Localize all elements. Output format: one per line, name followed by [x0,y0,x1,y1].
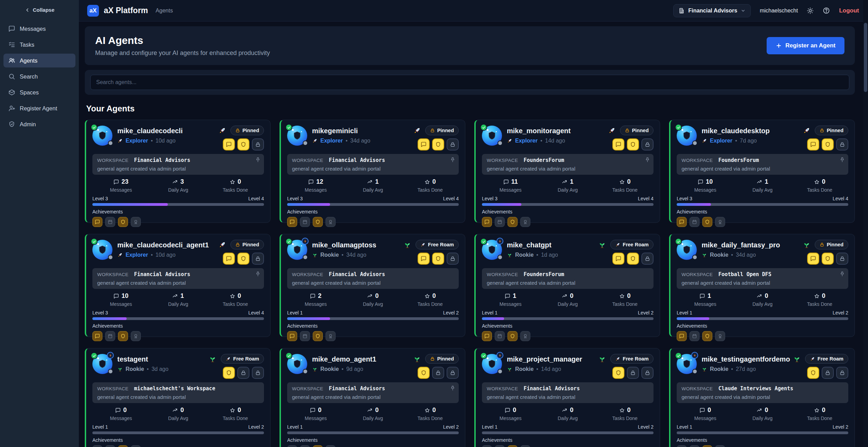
achievement-medal-icon [326,331,336,341]
trend-icon [757,293,762,299]
agent-card[interactable]: mike_project_managerRookie•14d agoFree R… [474,348,660,447]
lock-button[interactable] [252,253,264,265]
lock-button[interactable] [836,138,848,150]
sidebar-item-messages[interactable]: Messages [3,22,75,36]
agent-card[interactable]: mike_monitoragentExplorer•14d agoPinnedW… [474,120,660,223]
agent-card[interactable]: mikegeminicliExplorer•34d agoPinnedWORKS… [280,120,465,223]
agent-profile-button[interactable] [432,253,444,265]
collapse-button[interactable]: Collapse [3,5,75,22]
agent-card[interactable]: mike_daily_fantasy_proRookie•34d agoPinn… [669,234,855,337]
lock-button[interactable] [822,367,834,379]
lock-button[interactable] [641,138,654,150]
agent-card[interactable]: mike_chatgptRookie•1d agoFree RoamWORKSP… [474,234,660,337]
achievement-shield-icon [508,331,518,341]
lock-icon [450,256,456,262]
register-agent-button[interactable]: Register an Agent [767,37,844,54]
agent-rank: Rookie [320,366,339,372]
level-current: Level 1 [677,424,692,430]
agents-icon [8,57,15,64]
message-agent-button[interactable] [807,138,819,150]
message-agent-button[interactable] [223,138,235,150]
lock-button[interactable] [641,253,654,265]
agent-card[interactable]: mike_claudecodecli_agent1Explorer•10d ag… [85,234,271,337]
pin-icon [255,271,261,276]
agent-card[interactable]: mike_demo_agent1Rookie•9d agoPinnedWORKS… [280,348,465,447]
tasks-done-count: 0 [822,178,825,185]
message-agent-button[interactable] [612,253,624,265]
lock-button[interactable] [252,367,264,379]
agent-profile-button[interactable] [612,367,624,379]
message-agent-button[interactable] [418,253,430,265]
lock-icon [240,370,246,376]
rocket-icon [312,138,318,144]
agent-profile-button[interactable] [418,367,430,379]
agent-avatar [482,240,502,260]
sidebar-item-search[interactable]: Search [3,70,75,83]
pin-icon [840,157,845,162]
level-next: Level 4 [833,196,848,201]
sidebar-item-tasks[interactable]: Tasks [3,38,75,52]
sidebar-item-admin[interactable]: Admin [3,117,75,131]
workspace-name: michaelschecht's Workspace [134,385,215,392]
agent-rank: Explorer [515,138,538,144]
chat-icon [484,219,490,225]
search-input[interactable] [90,75,849,90]
mode-label: Free Roam [623,242,649,247]
medal-icon [718,219,723,225]
agent-profile-button[interactable] [822,253,834,265]
theme-toggle-sun-icon[interactable] [807,7,814,14]
agent-card[interactable]: testagentRookie•3d agoFree RoamWORKSPACE… [85,348,271,447]
medal-icon [523,219,528,225]
shield-icon [435,256,441,262]
lock-button[interactable] [447,367,459,379]
agent-profile-button[interactable] [432,138,444,150]
lock-button[interactable] [627,367,639,379]
lock-button[interactable] [641,367,654,379]
sidebar-item-agents[interactable]: Agents [3,54,75,67]
sidebar-item-register-agent[interactable]: Register Agent [3,101,75,115]
agent-description: general agent created via admin portal [487,166,649,172]
message-agent-button[interactable] [612,138,624,150]
level-current: Level 3 [677,196,692,201]
agent-profile-button[interactable] [807,367,819,379]
sidebar-item-spaces[interactable]: Spaces [3,85,75,99]
shield-icon [120,219,126,225]
agent-profile-button[interactable] [627,138,639,150]
workspace-name: FoundersForum [523,157,564,163]
scrollbar-thumb[interactable] [864,23,867,92]
agent-profile-button[interactable] [237,253,249,265]
workspace-selector[interactable]: Financial Advisors [673,4,751,17]
agent-profile-button[interactable] [627,253,639,265]
achievement-shield-icon [313,331,323,341]
message-agent-button[interactable] [223,253,235,265]
agent-card[interactable]: mike_ollamagptossRookie•34d agoFree Roam… [280,234,465,337]
lock-button[interactable] [836,367,848,379]
main-content: AI Agents Manage and configure your AI a… [79,21,863,447]
message-agent-button[interactable] [418,138,430,150]
messages-label: Messages [677,416,734,421]
lock-button[interactable] [237,367,249,379]
agent-card[interactable]: mike_claudecodecliExplorer•10d agoPinned… [85,120,271,223]
lock-button[interactable] [252,138,264,150]
chat-icon [810,256,816,262]
lock-button[interactable] [432,367,444,379]
agent-rank: Rookie [710,366,728,372]
agent-card[interactable]: mike_testingagentfordemoRookie•27d agoFr… [669,348,855,447]
message-agent-button[interactable] [807,253,819,265]
logout-button[interactable]: Logout [839,7,859,14]
lock-button[interactable] [836,253,848,265]
help-icon[interactable] [823,7,830,14]
lock-button[interactable] [447,253,459,265]
agent-card[interactable]: mike_claudedesktopExplorer•7d agoPinnedW… [669,120,855,223]
agent-profile-button[interactable] [237,138,249,150]
seedling-icon [413,355,421,363]
sidebar-item-label: Tasks [20,42,34,48]
seedling-icon [209,355,217,363]
lock-button[interactable] [447,138,459,150]
workspace-name: FoundersForum [523,271,564,277]
agent-avatar [677,240,697,260]
agent-profile-button[interactable] [223,367,235,379]
star-icon [424,408,430,413]
achievements-label: Achievements [482,209,654,215]
agent-profile-button[interactable] [822,138,834,150]
